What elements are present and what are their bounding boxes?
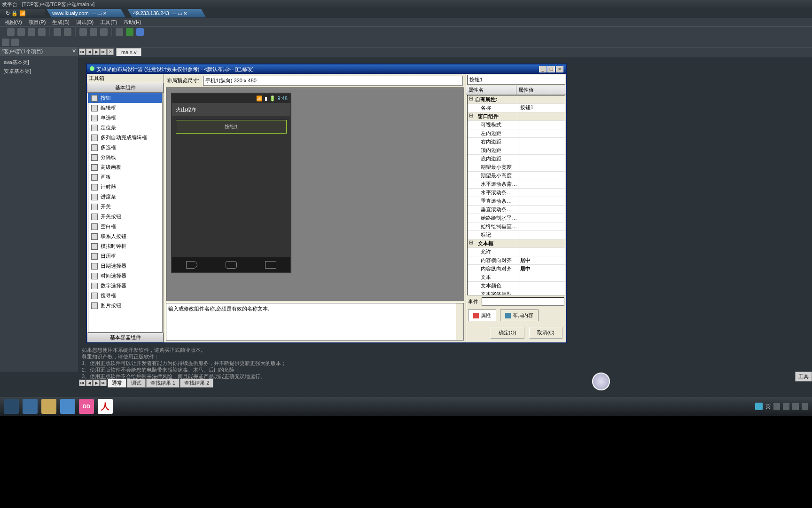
tab-layout-content[interactable]: 布局内容: [500, 310, 539, 321]
taskbar-app-icon[interactable]: [60, 399, 75, 414]
menu-build[interactable]: 生成(B): [49, 19, 72, 26]
toolbox-item[interactable]: 编辑框: [88, 103, 162, 113]
toolbox-item[interactable]: 计时器: [88, 182, 162, 192]
toolbox-item[interactable]: 进度条: [88, 192, 162, 202]
toolbox-item[interactable]: 分隔线: [88, 152, 162, 162]
prop-row[interactable]: 始终绘制水平…: [468, 214, 565, 222]
toolbar-icon[interactable]: [2, 39, 9, 46]
toolbox-item[interactable]: 画板: [88, 172, 162, 182]
taskbar-app-icon[interactable]: [41, 399, 56, 414]
prop-row[interactable]: 标记: [468, 231, 565, 239]
prop-row[interactable]: 左内边距: [468, 129, 565, 138]
toolbox-item[interactable]: 搜寻框: [88, 291, 162, 301]
maximize-icon[interactable]: ▢: [547, 66, 555, 72]
menu-debug[interactable]: 调试(D): [73, 19, 96, 26]
toolbox-item[interactable]: 日期选择器: [88, 261, 162, 271]
toolbox-category-header[interactable]: 基本组件: [87, 83, 164, 93]
ime-indicator[interactable]: 英: [765, 403, 771, 410]
address-tab-1[interactable]: www.lkuaiy.com— ▭ ✕: [47, 9, 125, 17]
toolbar-icon[interactable]: [90, 28, 97, 36]
toolbox-item[interactable]: 日历框: [88, 251, 162, 261]
prop-row[interactable]: 名称: [468, 104, 565, 112]
toolbox-item[interactable]: 多选框: [88, 143, 162, 152]
prop-row[interactable]: 始终绘制垂直…: [468, 222, 565, 231]
toolbox-item[interactable]: 空白框: [88, 222, 162, 231]
toolbox-list[interactable]: 按钮编辑框单选框定位条多列自动完成编辑框多选框分隔线高级画板画板计时器进度条开关…: [88, 93, 163, 333]
scrollbar[interactable]: [456, 303, 463, 340]
prop-row[interactable]: 文本颜色: [468, 282, 565, 290]
prop-row[interactable]: 顶内边距: [468, 146, 565, 155]
toolbox-category-footer[interactable]: 基本容器组件: [87, 333, 164, 342]
output-tab-debug[interactable]: 调试: [127, 379, 146, 388]
toolbar-icon[interactable]: [7, 28, 15, 36]
prop-row[interactable]: 内容纵向对齐居中: [468, 265, 565, 273]
output-tab-find1[interactable]: 查找结果 1: [146, 379, 180, 388]
prop-row[interactable]: 可视模式: [468, 121, 565, 129]
prop-row[interactable]: 垂直滚动条…: [468, 197, 565, 206]
tool-side-tab[interactable]: 工具: [795, 372, 812, 381]
prop-row[interactable]: 期望最小宽度: [468, 163, 565, 172]
design-button-1[interactable]: 按钮1: [176, 120, 287, 134]
tray-icon[interactable]: [755, 403, 763, 410]
assistant-avatar-icon[interactable]: [592, 373, 610, 390]
prop-row[interactable]: 底内边距: [468, 155, 565, 163]
nav-prev-icon[interactable]: ◀: [86, 380, 93, 386]
prop-row[interactable]: 水平滚动条背…: [468, 180, 565, 189]
toolbar-icon[interactable]: [100, 28, 108, 36]
toolbox-item[interactable]: 联系人按钮: [88, 231, 162, 241]
document-tab[interactable]: main.v: [116, 48, 141, 56]
toolbar-icon[interactable]: [126, 28, 133, 36]
prop-row[interactable]: 垂直滚动条…: [468, 206, 565, 214]
toolbar-icon[interactable]: [38, 28, 46, 36]
tab-properties[interactable]: 属性: [468, 310, 496, 321]
output-tab-find2[interactable]: 查找结果 2: [180, 379, 213, 388]
toolbar-icon[interactable]: [28, 28, 35, 36]
prop-row[interactable]: 内容横向对齐居中: [468, 256, 565, 265]
tab-controls[interactable]: — ▭ ✕: [92, 11, 107, 16]
toolbar-icon[interactable]: [17, 28, 25, 36]
ok-button[interactable]: 确定(O): [491, 327, 524, 339]
prop-value-input[interactable]: [520, 105, 563, 111]
tray-icon[interactable]: [773, 403, 780, 410]
tree-item[interactable]: 安卓基本类]: [0, 67, 78, 76]
properties-grid[interactable]: ⊟自有属性: 名称⊟ 窗口组件 可视模式 左内边距 右内边距 顶内边距 底内边距…: [467, 95, 565, 295]
toolbox-item[interactable]: 定位条: [88, 123, 162, 133]
nav-prev-icon[interactable]: ◀: [86, 48, 93, 55]
nav-first-icon[interactable]: ⏮: [79, 380, 86, 386]
toolbox-item[interactable]: 模拟时钟框: [88, 241, 162, 251]
toolbar-icon[interactable]: [116, 28, 123, 36]
toolbox-item[interactable]: 高级画板: [88, 162, 162, 172]
nav-close-icon[interactable]: ✕: [107, 48, 114, 55]
prop-row[interactable]: 右内边距: [468, 138, 565, 146]
menu-view[interactable]: 视图(V): [2, 19, 25, 26]
taskbar-app-icon[interactable]: DD: [79, 399, 94, 414]
prop-row[interactable]: 文本: [468, 273, 565, 282]
toolbar-icon[interactable]: [64, 28, 71, 36]
toolbar-icon[interactable]: [136, 28, 144, 36]
toolbox-item[interactable]: 开关按钮: [88, 212, 162, 222]
nav-first-icon[interactable]: ⏮: [79, 48, 86, 55]
toolbox-item[interactable]: 按钮: [88, 93, 162, 103]
address-tab-2[interactable]: 49.233.136.243— ▭ ✕: [127, 9, 206, 17]
menu-tools[interactable]: 工具(T): [97, 19, 120, 26]
close-icon[interactable]: ✕: [556, 66, 563, 72]
tray-icon[interactable]: [792, 403, 799, 410]
toolbar-icon[interactable]: [79, 28, 87, 36]
taskbar-app-icon[interactable]: 人: [98, 399, 113, 414]
toolbox-item[interactable]: 数字选择器: [88, 281, 162, 291]
toolbar-icon[interactable]: [54, 28, 61, 36]
nav-next-icon[interactable]: ▶: [93, 48, 100, 55]
cancel-button[interactable]: 取消(C): [529, 327, 562, 339]
tree-item[interactable]: ava基本类]: [0, 58, 78, 67]
nav-last-icon[interactable]: ⏭: [100, 48, 107, 55]
toolbox-item[interactable]: 图片按钮: [88, 301, 162, 310]
taskbar-app-icon[interactable]: [23, 399, 38, 414]
toolbox-item[interactable]: 多列自动完成编辑框: [88, 133, 162, 143]
menu-project[interactable]: 项目(P): [26, 19, 49, 26]
nav-next-icon[interactable]: ▶: [93, 380, 100, 386]
prop-row[interactable]: 文本字体类型: [468, 290, 565, 295]
prop-row[interactable]: 期望最小高度: [468, 172, 565, 180]
address-tab-controls[interactable]: ↻ 🔒 📶: [0, 9, 45, 17]
toolbar-icon[interactable]: [11, 39, 19, 46]
taskbar-app-icon[interactable]: [4, 399, 19, 414]
